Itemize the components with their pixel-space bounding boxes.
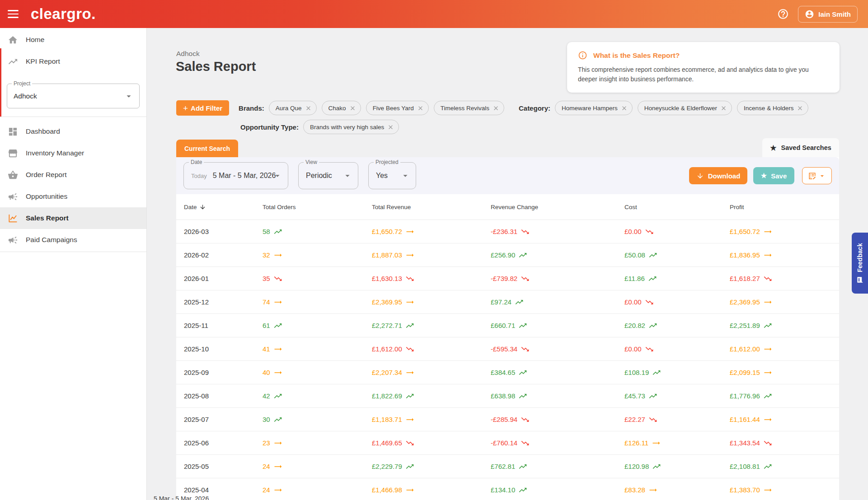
column-header-total-orders[interactable]: Total Orders <box>263 204 372 210</box>
profit-cell: £1,618.27 <box>730 274 839 283</box>
chip-remove-icon[interactable] <box>797 105 803 112</box>
filter-chip[interactable]: Timeless Revivals <box>434 101 504 115</box>
view-select[interactable]: View Periodic <box>298 162 358 189</box>
column-header-total-revenue[interactable]: Total Revenue <box>372 204 491 210</box>
project-select[interactable]: Project Adhock <box>7 84 140 108</box>
sidebar-item-kpi-report[interactable]: KPI Report <box>0 51 146 72</box>
cost-cell: £22.27 <box>624 415 730 424</box>
trending-up-icon <box>648 251 657 260</box>
user-menu-button[interactable]: Iain Smith <box>798 6 858 23</box>
dashboard-icon <box>8 126 18 137</box>
profit-cell: £1,383.70 <box>730 486 839 495</box>
change-value: -£285.94 <box>491 416 517 423</box>
filter-chip[interactable]: Aura Que <box>269 101 317 115</box>
table-row: 2025-0940£2,207.34£384.65£108.19£2,099.1… <box>176 360 839 384</box>
sidebar-item-paid-campaigns[interactable]: Paid Campaigns <box>0 229 146 251</box>
orders-cell: 35 <box>263 274 372 283</box>
trending-flat-icon <box>405 486 414 495</box>
chip-remove-icon[interactable] <box>305 105 312 112</box>
tab-saved-searches[interactable]: ★ Saved Searches <box>762 138 839 157</box>
filter-group-label-brands: Brands: <box>239 104 264 112</box>
sidebar-item-home[interactable]: Home <box>0 29 146 51</box>
sidebar-item-order-report[interactable]: Order Report <box>0 164 146 186</box>
sidebar-item-label: Sales Report <box>26 214 69 222</box>
chip-remove-icon[interactable] <box>720 105 727 112</box>
chip-remove-icon[interactable] <box>621 105 628 112</box>
date-value: 5 Mar - 5 Mar, 2026 <box>213 172 276 180</box>
tab-current-search[interactable]: Current Search <box>176 140 238 157</box>
account-icon <box>805 9 814 19</box>
trending-flat-icon <box>273 368 282 377</box>
add-filter-button[interactable]: + Add Filter <box>176 100 229 116</box>
revenue-value: £2,229.79 <box>372 463 402 470</box>
sidebar-item-label: Order Report <box>26 171 66 179</box>
filter-chip[interactable]: Honeysuckle & Elderflower <box>638 101 732 115</box>
trending-flat-icon <box>405 368 414 377</box>
date-range-select[interactable]: Date Today 5 Mar - 5 Mar, 2026 <box>183 162 288 189</box>
sidebar-item-dashboard[interactable]: Dashboard <box>0 121 146 142</box>
filter-chip[interactable]: Brands with very high sales <box>303 120 399 134</box>
change-value: -£236.31 <box>491 228 517 235</box>
filter-chip-label: Chako <box>328 105 346 112</box>
view-field-label: View <box>304 159 319 165</box>
filter-chip[interactable]: Incense & Holders <box>737 101 808 115</box>
column-header-revenue-change[interactable]: Revenue Change <box>491 204 624 210</box>
date-cell: 2025-07 <box>184 416 263 423</box>
filter-chip-label: Five Bees Yard <box>373 105 414 112</box>
trending-down-icon <box>405 274 414 283</box>
help-icon[interactable] <box>777 8 789 20</box>
project-select-value: Adhock <box>14 92 37 100</box>
trending-flat-icon <box>273 439 282 448</box>
orders-value: 74 <box>263 298 270 306</box>
orders-value: 41 <box>263 345 270 353</box>
download-button[interactable]: Download <box>689 167 747 184</box>
date-cell: 2025-11 <box>184 322 263 329</box>
app-header: cleargro. Iain Smith <box>0 0 868 28</box>
filter-chip[interactable]: Five Bees Yard <box>366 101 429 115</box>
filters-row: Opportunity Type: Brands with very high … <box>240 120 399 134</box>
filter-chip[interactable]: Chako <box>322 101 361 115</box>
menu-icon[interactable] <box>8 10 19 18</box>
column-header-profit[interactable]: Profit <box>730 204 839 210</box>
column-header-label: Total Orders <box>263 204 296 210</box>
revenue-cell: £2,229.79 <box>372 462 491 471</box>
app-logo[interactable]: cleargro. <box>31 5 96 23</box>
chip-remove-icon[interactable] <box>417 105 424 112</box>
chip-remove-icon[interactable] <box>349 105 356 112</box>
sidebar-item-inventory-manager[interactable]: Inventory Manager <box>0 142 146 164</box>
projected-select[interactable]: Projected Yes <box>368 162 416 189</box>
profit-cell: £1,776.96 <box>730 392 839 401</box>
revenue-cell: £1,822.69 <box>372 392 491 401</box>
trending-flat-icon <box>405 251 414 260</box>
trending-up-icon <box>8 56 18 67</box>
sidebar-item-opportunities[interactable]: Opportunities <box>0 186 146 207</box>
table-row: 2025-0424£1,466.98£134.10£83.28£1,383.70 <box>176 478 839 500</box>
revenue-value: £1,650.72 <box>372 228 402 235</box>
chevron-down-icon <box>343 171 352 181</box>
feedback-button[interactable]: Feedback <box>852 233 868 294</box>
trending-down-icon <box>645 298 654 307</box>
report-card: Date Today 5 Mar - 5 Mar, 2026 View Peri… <box>176 157 839 500</box>
save-button[interactable]: ★ Save <box>753 167 794 184</box>
revenue-value: £1,612.00 <box>372 345 402 353</box>
feedback-label: Feedback <box>856 243 863 272</box>
change-value: £384.65 <box>491 369 515 376</box>
column-header-cost[interactable]: Cost <box>624 204 730 210</box>
table-row: 2026-0232£1,887.03£256.90£50.08£1,836.95 <box>176 243 839 266</box>
orders-cell: 41 <box>263 345 372 354</box>
trending-flat-icon <box>273 298 282 307</box>
chip-remove-icon[interactable] <box>493 105 499 112</box>
revenue-cell: £1,887.03 <box>372 251 491 260</box>
sidebar-item-sales-report[interactable]: Sales Report <box>0 207 146 229</box>
profit-value: £1,612.00 <box>730 345 760 353</box>
tab-label: Current Search <box>184 145 230 152</box>
edit-columns-button[interactable] <box>802 167 832 184</box>
table-row: 2025-1274£2,369.95£97.24£0.00£2,369.95 <box>176 290 839 313</box>
revenue-value: £2,272.71 <box>372 322 402 329</box>
user-name: Iain Smith <box>818 10 851 18</box>
megaphone-icon <box>8 192 18 202</box>
chip-remove-icon[interactable] <box>387 124 394 131</box>
column-header-date[interactable]: Date <box>184 204 263 210</box>
filter-chip[interactable]: Homeware Hampers <box>555 101 633 115</box>
profit-cell: £2,099.15 <box>730 368 839 377</box>
